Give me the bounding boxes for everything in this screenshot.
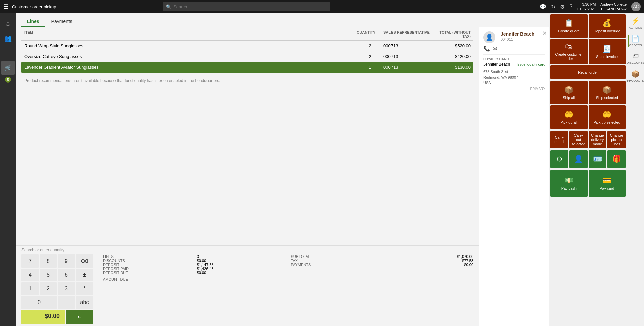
- lines-value: 3: [197, 254, 286, 259]
- settings-icon[interactable]: ⚙: [560, 4, 565, 10]
- carry-out-all-button[interactable]: Carry out all: [550, 131, 568, 148]
- numpad-5[interactable]: 5: [40, 269, 57, 281]
- pick-up-all-button[interactable]: 🤲 Pick up all: [550, 105, 588, 129]
- customer-name: Jennifer Beach: [501, 31, 534, 37]
- sidebar-home[interactable]: ⌂: [1, 17, 15, 30]
- tax-value: $77.58: [385, 259, 473, 263]
- numpad-1[interactable]: 1: [21, 282, 39, 295]
- email-icon[interactable]: ✉: [493, 45, 497, 52]
- pay-cash-button[interactable]: 💵 Pay cash: [550, 170, 588, 197]
- pay-cash-icon: 💵: [564, 176, 573, 185]
- numpad-multiply[interactable]: *: [76, 282, 93, 295]
- refresh-icon[interactable]: ↻: [551, 4, 555, 10]
- avatar[interactable]: AC: [631, 2, 641, 11]
- sidebar-menu[interactable]: ≡: [1, 46, 15, 60]
- sidebar-discounts[interactable]: 🏷 DISCOUNTS: [627, 52, 644, 64]
- numpad-2[interactable]: 2: [40, 282, 57, 295]
- numpad: 7 8 9 ⌫ 4 5 6 ± 1: [21, 254, 93, 309]
- table-row[interactable]: Round Wrap Style Sunglasses 2 000713 $52…: [21, 41, 473, 51]
- recall-order-label: Recall order: [578, 70, 598, 75]
- row2-total: $420.00: [430, 54, 471, 59]
- col-quantity: QUANTITY: [357, 30, 383, 38]
- search-bar[interactable]: 🔍: [163, 2, 330, 11]
- pick-up-all-icon: 🤲: [564, 110, 573, 119]
- username: Andrew Collette: [600, 2, 627, 7]
- numpad-6[interactable]: 6: [58, 269, 75, 281]
- create-quote-icon: 📋: [564, 19, 573, 28]
- recall-order-button[interactable]: Recall order: [550, 65, 626, 79]
- id-card-button[interactable]: 🪪: [589, 150, 607, 168]
- enter-button[interactable]: ↵: [66, 310, 93, 324]
- sidebar-orders[interactable]: 📄 ORDERS: [629, 35, 642, 47]
- orders-badge: 5: [5, 77, 11, 83]
- ship-selected-button[interactable]: 📦 Ship selected: [589, 81, 626, 104]
- numpad-0[interactable]: 0: [21, 296, 57, 309]
- numpad-plusminus[interactable]: ±: [76, 269, 93, 281]
- carry-out-selected-button[interactable]: Carry out selected: [569, 131, 588, 148]
- deposit-paid-label: DEPOSIT PAID: [103, 267, 192, 271]
- sidebar-right: ⚡ ACTIONS 📄 ORDERS 🏷 DISCOUNTS 📦 PRODUCT…: [627, 13, 644, 326]
- minus-icon: ⊖: [556, 155, 562, 164]
- col-item: ITEM: [24, 30, 357, 38]
- ship-selected-icon: 📦: [602, 86, 611, 94]
- phone-icon[interactable]: 📞: [483, 45, 490, 52]
- sales-invoice-label: Sales invoice: [596, 55, 618, 59]
- subtotal-label: SUBTOTAL: [291, 254, 380, 259]
- deposit-override-button[interactable]: 💰 Deposit override: [589, 14, 626, 38]
- numpad-dot[interactable]: .: [58, 296, 75, 309]
- app-title: Customer order pickup: [12, 4, 56, 9]
- person-circle-button[interactable]: 👤: [569, 150, 588, 168]
- hamburger-menu[interactable]: ☰: [3, 3, 9, 10]
- actions-icon: ⚡: [631, 17, 640, 25]
- table-row[interactable]: Oversize Cat-eye Sunglasses 2 000713 $42…: [21, 51, 473, 62]
- payments-value: $0.00: [385, 263, 473, 267]
- chat-icon[interactable]: 💬: [540, 4, 546, 10]
- discounts-value: $0.00: [197, 259, 286, 263]
- tab-lines[interactable]: Lines: [21, 17, 45, 27]
- numpad-8[interactable]: 8: [40, 254, 57, 268]
- numpad-7[interactable]: 7: [21, 254, 39, 268]
- numpad-abc[interactable]: abc: [76, 296, 93, 309]
- datetime: 3:30 PM 01/07/2021: [577, 2, 596, 12]
- sidebar-products[interactable]: 📦 PRODUCTS: [627, 70, 644, 82]
- sidebar-group[interactable]: 👥: [1, 32, 15, 45]
- row2-qty: 2: [357, 54, 383, 59]
- issue-loyalty-card-link[interactable]: Issue loyalty card: [517, 62, 545, 66]
- pay-card-button[interactable]: 💳 Pay card: [589, 170, 626, 197]
- numpad-backspace[interactable]: ⌫: [76, 254, 93, 268]
- customer-icons: 📞 ✉: [483, 45, 545, 52]
- help-icon[interactable]: ?: [569, 4, 572, 10]
- change-delivery-mode-button[interactable]: Change delivery mode: [589, 131, 607, 148]
- numpad-3[interactable]: 3: [58, 282, 75, 295]
- numpad-wrapper: Search or enter quantity 7 8 9 ⌫: [16, 245, 479, 326]
- amount-due-display: $0.00: [21, 310, 65, 324]
- discounts-label: DISCOUNTS: [103, 259, 192, 263]
- actions-label: ACTIONS: [629, 26, 642, 29]
- sales-invoice-icon: 🧾: [602, 45, 611, 53]
- ship-all-icon: 📦: [564, 86, 573, 94]
- change-pickup-lines-button[interactable]: Change pickup lines: [607, 131, 626, 148]
- gift-card-button[interactable]: 🎁: [607, 150, 626, 168]
- table-row[interactable]: Lavender Gradient Aviator Sunglasses 1 0…: [21, 62, 473, 73]
- search-input[interactable]: [173, 4, 327, 9]
- numpad-4[interactable]: 4: [21, 269, 39, 281]
- change-pickup-label: Change pickup lines: [609, 133, 624, 147]
- tab-payments[interactable]: Payments: [46, 17, 78, 27]
- row1-qty: 2: [357, 43, 383, 48]
- row3-qty: 1: [357, 65, 383, 70]
- deposit-override-label: Deposit override: [594, 29, 620, 33]
- left-sidebar: ⌂ 👥 ≡ 🛒 5: [0, 13, 16, 326]
- minus-button[interactable]: ⊖: [550, 150, 568, 168]
- sidebar-actions[interactable]: ⚡ ACTIONS: [629, 17, 642, 29]
- pick-up-selected-button[interactable]: 🤲 Pick up selected: [589, 105, 626, 129]
- person-circle-icon: 👤: [574, 155, 583, 164]
- create-customer-order-button[interactable]: 🛍 Create customer order: [550, 39, 588, 64]
- sales-invoice-button[interactable]: 🧾 Sales invoice: [589, 39, 626, 64]
- row2-item: Oversize Cat-eye Sunglasses: [24, 54, 357, 59]
- ship-all-button[interactable]: 📦 Ship all: [550, 81, 588, 104]
- create-quote-button[interactable]: 📋 Create quote: [550, 14, 588, 38]
- close-customer-panel[interactable]: ✕: [542, 30, 547, 36]
- time-display: 3:30 PM: [577, 2, 596, 7]
- numpad-9[interactable]: 9: [58, 254, 75, 268]
- sidebar-orders[interactable]: 🛒: [1, 61, 15, 75]
